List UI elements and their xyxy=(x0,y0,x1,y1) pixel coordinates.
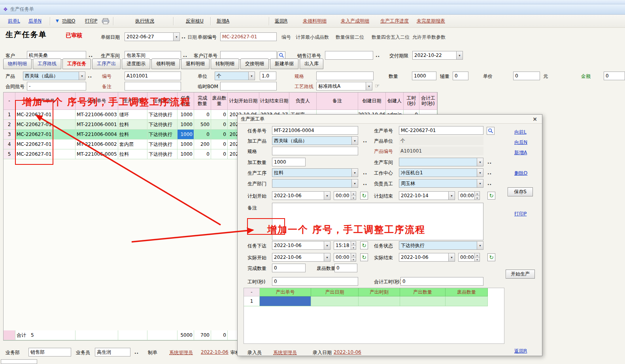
chevron-down-icon[interactable]: ▾ xyxy=(79,72,85,80)
total-hours-input[interactable]: 0 xyxy=(400,277,483,286)
process-select[interactable]: 拉料 ▾ xyxy=(272,168,358,177)
actual-start-date-input[interactable]: 2022-10-06 ▾ xyxy=(272,253,330,262)
worker-select[interactable]: 周玉林 ▾ xyxy=(399,179,483,188)
actual-end-time-input[interactable]: 00:00 ▴▾ xyxy=(458,253,480,262)
plan-start-date-input[interactable]: 2022-10-06 ▾ xyxy=(272,191,330,200)
tab[interactable]: 转制明细 xyxy=(211,58,239,69)
refresh-icon[interactable]: ↻ xyxy=(360,192,368,200)
product-code-input[interactable]: A101001 xyxy=(125,72,181,80)
plan-end-time-input[interactable]: 00:00 ▴▾ xyxy=(458,191,480,200)
tab[interactable]: 工序路线 xyxy=(33,58,61,69)
out-col-doc-no[interactable]: 产出单号 xyxy=(260,288,311,296)
done-qty-input[interactable]: 0 xyxy=(272,264,306,272)
search-icon[interactable] xyxy=(487,127,495,135)
work-qty-input[interactable]: 1000 xyxy=(272,158,306,166)
amount-input[interactable]: 0 xyxy=(604,72,625,80)
out-col-time[interactable]: 产出时刻 xyxy=(359,288,400,296)
spec-input[interactable] xyxy=(272,147,358,155)
calendar-dropdown-icon[interactable]: ▾ xyxy=(324,253,330,261)
ellipsis-button[interactable]: .. xyxy=(363,170,367,175)
ellipsis-button[interactable]: .. xyxy=(183,53,187,58)
report-link[interactable]: 未领料明细 xyxy=(303,18,327,25)
ellipsis-button[interactable]: .. xyxy=(376,53,380,58)
start-production-button[interactable]: 开始生产 xyxy=(506,270,535,279)
ellipsis-button[interactable]: .. xyxy=(89,53,93,58)
deadline-input[interactable]: 2022-10-22 ▾ xyxy=(412,51,463,60)
col-header-done-qty[interactable]: 完成 数量 xyxy=(194,92,211,110)
qty-input[interactable]: 1000 xyxy=(412,72,436,80)
save-button[interactable]: 保存S xyxy=(508,187,533,196)
tab[interactable]: 出入库 xyxy=(300,58,323,69)
product-select[interactable]: 西关味（成品） ▾ xyxy=(23,72,85,80)
hours-input[interactable]: 0 xyxy=(272,277,358,286)
refresh-icon[interactable]: ↻ xyxy=(360,241,368,249)
unit-select[interactable]: 个 ▾ xyxy=(215,72,255,80)
sales-order-input[interactable] xyxy=(325,51,373,60)
chevron-down-icon[interactable]: ▾ xyxy=(351,179,358,187)
calendar-dropdown-icon[interactable]: ▾ xyxy=(448,253,455,261)
temp-bom-input[interactable] xyxy=(220,82,277,91)
route-hand-icon[interactable]: ☞ xyxy=(375,83,380,89)
calendar-dropdown-icon[interactable]: ▾ xyxy=(456,51,463,59)
chevron-down-icon[interactable]: ▾ xyxy=(477,158,483,166)
plan-start-time-input[interactable]: 00:00 ▴▾ xyxy=(334,191,356,200)
chevron-down-icon[interactable]: ▾ xyxy=(477,179,483,187)
chevron-down-icon[interactable]: ▾ xyxy=(351,169,358,177)
tab[interactable]: 工序任务 xyxy=(62,58,91,69)
order-no-input[interactable]: MC-220627-01 xyxy=(399,126,483,135)
work-center-select[interactable]: 冲压机台1 ▾ xyxy=(399,168,483,177)
col-header-total-hours[interactable]: 合计工 时(秒) xyxy=(419,92,437,110)
out-col-scrap[interactable]: 废品数量 xyxy=(446,288,488,296)
col-header-owner[interactable]: 负责人 xyxy=(289,92,317,110)
search-icon[interactable] xyxy=(278,51,285,59)
task-no-input[interactable]: MT-221006-0004 xyxy=(272,126,358,135)
ellipsis-button[interactable]: .. xyxy=(134,349,139,355)
calendar-dropdown-icon[interactable]: ▾ xyxy=(324,241,330,249)
col-header-hours[interactable]: 工时 (秒) xyxy=(404,92,419,110)
price-input[interactable]: 0 xyxy=(513,72,540,80)
prod-dept-select[interactable]: ▾ xyxy=(272,179,358,188)
agent-input[interactable]: 高生润 xyxy=(95,348,130,356)
dispatch-date-input[interactable]: 2022-10-06 ▾ xyxy=(272,241,330,250)
dispatch-time-input[interactable]: 15:18 ▴▾ xyxy=(334,241,356,250)
dept-input[interactable]: 销售部 xyxy=(28,348,71,356)
ellipsis-button[interactable]: .. xyxy=(487,170,492,175)
calendar-dropdown-icon[interactable]: ▾ xyxy=(324,192,330,200)
ellipsis-button[interactable]: .. xyxy=(487,181,492,186)
dialog-add-link[interactable]: 新增A xyxy=(514,149,527,156)
report-link[interactable]: 未入产成明细 xyxy=(341,18,369,25)
time-spinner[interactable]: ▴▾ xyxy=(351,192,356,200)
col-header-scrap-qty[interactable]: 废品数 量 xyxy=(211,92,228,110)
tab[interactable]: 物料明细 xyxy=(3,58,32,69)
refresh-icon[interactable]: ↻ xyxy=(487,192,495,200)
report-link[interactable]: 生产工序进度 xyxy=(380,18,409,25)
time-spinner[interactable]: ▴▾ xyxy=(351,253,356,261)
col-header-plan-end[interactable]: 计划结束日期 xyxy=(259,92,289,110)
chevron-down-icon[interactable]: ▾ xyxy=(477,241,483,249)
aux-qty-input[interactable]: 0 xyxy=(453,72,468,80)
col-header-rownum[interactable]: - xyxy=(4,92,15,110)
output-row[interactable]: 1 xyxy=(244,296,504,306)
chevron-down-icon[interactable]: ▾ xyxy=(351,137,358,145)
out-col-rownum[interactable]: - xyxy=(244,288,260,296)
bottom-partial-input[interactable] xyxy=(1,359,37,364)
tab[interactable]: 交接明细 xyxy=(240,58,269,69)
col-header-note[interactable]: 备注 xyxy=(317,92,358,110)
ellipsis-button[interactable]: .. xyxy=(363,138,367,143)
ellipsis-button[interactable]: .. xyxy=(487,159,492,165)
actual-start-time-input[interactable]: 00:00 ▴▾ xyxy=(334,253,356,262)
dialog-delete-link[interactable]: 删除D xyxy=(514,170,527,177)
col-header-plan-start[interactable]: 计划开始日期 xyxy=(228,92,259,110)
plan-end-date-input[interactable]: 2022-10-14 ▾ xyxy=(399,191,455,200)
tab[interactable]: 退料明细 xyxy=(181,58,210,69)
time-spinner[interactable]: ▴▾ xyxy=(474,192,480,200)
unit-factor-input[interactable]: 1.0 xyxy=(260,72,276,80)
status-select[interactable]: 下达待执行 ▾ xyxy=(399,241,483,250)
chevron-down-icon[interactable]: ▾ xyxy=(248,72,255,80)
refresh-icon[interactable]: ↻ xyxy=(487,253,495,261)
tab[interactable]: 工序产出 xyxy=(92,58,121,69)
col-header-created-by[interactable]: 创建人 xyxy=(386,92,404,110)
dialog-back-link[interactable]: 返回R xyxy=(514,348,527,355)
ellipsis-button[interactable]: .. xyxy=(88,73,92,79)
actual-end-date-input[interactable]: 2022-10-06 ▾ xyxy=(399,253,455,262)
